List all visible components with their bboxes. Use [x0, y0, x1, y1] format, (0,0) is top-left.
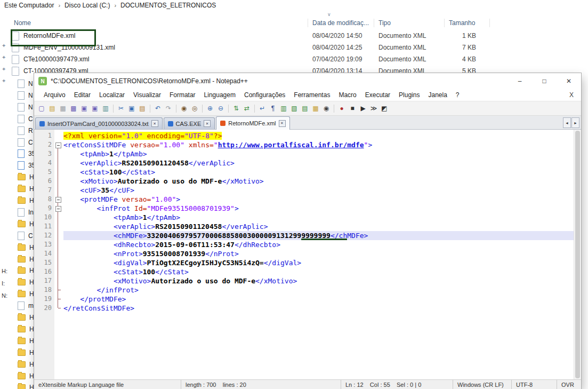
file-list-item-partial[interactable]: H — [18, 243, 34, 252]
editor-tab[interactable]: RetornoMDFe.xml✕ — [216, 116, 289, 130]
maximize-button[interactable]: □ — [532, 73, 557, 89]
file-list-item-partial[interactable]: H — [18, 255, 34, 264]
tab-close-icon[interactable]: ✕ — [204, 120, 211, 127]
fold-toggle-icon[interactable] — [55, 142, 61, 148]
file-list-item-partial[interactable]: H — [18, 219, 34, 229]
menu-item[interactable]: Plugins — [394, 91, 424, 99]
zoom-out-icon[interactable]: ⊖ — [216, 104, 225, 113]
code-line[interactable]: <digVal>PTiOgtX2ECgoyI5HJyC53N5i4zQ=</di… — [63, 258, 574, 267]
close-button[interactable]: ✕ — [557, 73, 581, 89]
code-line[interactable]: </protMDFe> — [63, 295, 574, 304]
file-list-item-partial[interactable]: C — [18, 231, 33, 241]
cut-icon[interactable]: ✂ — [116, 104, 126, 113]
copy-icon[interactable]: ▣ — [127, 104, 136, 113]
code-line[interactable]: <xMotivo>Autorizado o uso do MDF-e</xMot… — [63, 177, 574, 186]
document-map-icon[interactable]: ▧ — [289, 104, 299, 113]
status-insert-mode[interactable]: OVR — [557, 380, 581, 389]
indent-guide-icon[interactable]: ▥ — [279, 104, 288, 113]
file-list-item-partial[interactable]: 35 — [18, 161, 35, 170]
code-line[interactable]: <tpAmb>1</tpAmb> — [63, 213, 574, 222]
print-icon[interactable]: ▥ — [101, 104, 110, 113]
tab-scroll-button[interactable]: ◄ — [563, 117, 571, 128]
file-list-item-partial[interactable]: C — [18, 114, 33, 124]
titlebar[interactable]: N *C:\DOCUMENTOS_ELETRONICOS\RetornoMDFe… — [34, 73, 581, 89]
sync-horizontal-scroll-icon[interactable]: ⇄ — [242, 104, 252, 113]
sync-vertical-scroll-icon[interactable]: ⇅ — [231, 104, 241, 113]
replace-icon[interactable]: ◎ — [190, 104, 199, 113]
open-file-icon[interactable]: ▤ — [47, 104, 57, 113]
file-list-item-partial[interactable]: 35 — [18, 149, 35, 158]
code-line[interactable]: <verAplic>RS20150901120458</verAplic> — [63, 222, 574, 231]
breadcrumb-item[interactable]: DOCUMENTOS_ELETRONICOS — [120, 2, 216, 9]
word-wrap-icon[interactable]: ↵ — [257, 104, 267, 113]
code-line[interactable]: <protMDFe versao="1.00"> — [63, 195, 574, 204]
menu-item[interactable]: ? — [452, 91, 464, 99]
column-header[interactable]: Tipo — [374, 19, 445, 27]
code-line[interactable]: <tpAmb>1</tpAmb> — [63, 149, 574, 158]
show-all-characters-icon[interactable]: ¶ — [268, 104, 278, 113]
menu-item[interactable]: Localizar — [95, 91, 129, 99]
run-macro-multiple-icon[interactable]: ≫ — [369, 104, 378, 113]
status-encoding[interactable]: UTF-8 — [511, 380, 557, 389]
file-list-item-partial[interactable]: In — [18, 208, 34, 217]
status-eol[interactable]: Windows (CR LF) — [453, 380, 511, 389]
file-list-item-partial[interactable]: H — [18, 360, 34, 369]
code-line[interactable]: <retConsSitMDFe versao="1.00" xmlns="htt… — [63, 140, 574, 149]
code-line[interactable]: <cUF>35</cUF> — [63, 186, 574, 195]
code-line[interactable]: <nProt>935150008701939</nProt> — [63, 249, 574, 258]
redo-icon[interactable]: ↷ — [164, 104, 173, 113]
file-list-item-partial[interactable]: R — [18, 126, 33, 136]
file-list-item-partial[interactable]: H — [18, 266, 34, 275]
paste-icon[interactable]: ▤ — [138, 104, 147, 113]
file-list-item-partial[interactable]: H — [18, 348, 34, 358]
menubar-close-button[interactable]: X — [569, 91, 581, 99]
minimize-button[interactable]: – — [508, 73, 532, 89]
file-list-item-partial[interactable]: H — [18, 289, 34, 299]
code-area[interactable]: <?xml version="1.0" encoding="UTF-8"?><r… — [62, 130, 574, 379]
save-file-icon[interactable]: ▦ — [58, 104, 68, 113]
find-icon[interactable]: ◉ — [179, 104, 189, 113]
column-header[interactable]: Tamanho — [445, 19, 490, 27]
zoom-in-icon[interactable]: ⊕ — [205, 104, 215, 113]
code-line[interactable]: <chMDFe>33200406979577000688580030000091… — [63, 231, 574, 240]
editor-tab[interactable]: CAS.EXE✕ — [164, 117, 215, 129]
tab-close-icon[interactable]: ✕ — [151, 120, 158, 127]
fold-toggle-icon[interactable] — [55, 197, 61, 203]
play-macro-icon[interactable]: ▶ — [358, 104, 368, 113]
save-all-icon[interactable]: ▩ — [69, 104, 78, 113]
editor-scrollbar[interactable] — [574, 130, 581, 379]
code-line[interactable]: </infProt> — [63, 285, 574, 295]
file-list-item-partial[interactable]: N — [18, 102, 33, 112]
close-file-icon[interactable]: ▣ — [79, 104, 89, 113]
file-list-item-partial[interactable]: N — [18, 79, 33, 89]
monitoring-icon[interactable]: ◉ — [321, 104, 331, 113]
file-list-item-partial[interactable]: H — [18, 196, 34, 205]
file-list-item-partial[interactable]: H — [18, 313, 34, 322]
code-line[interactable]: <xMotivo>Autorizado o uso do MDF-e</xMot… — [63, 276, 574, 285]
menu-item[interactable]: Macro — [334, 91, 360, 99]
file-list-item-partial[interactable]: C — [18, 138, 33, 147]
menu-item[interactable]: Executar — [361, 91, 394, 99]
code-line[interactable]: </retConsSitMDFe> — [63, 304, 574, 313]
code-line[interactable]: <verAplic>RS20150901120458</verAplic> — [63, 158, 574, 168]
file-list-item-partial[interactable]: H — [18, 383, 34, 389]
menu-item[interactable]: Linguagem — [200, 91, 240, 99]
menu-item[interactable]: Formatar — [165, 91, 200, 99]
file-list-item-partial[interactable]: H — [18, 336, 34, 346]
breadcrumb-item[interactable]: Disco Local (C:) — [65, 2, 110, 9]
undo-icon[interactable]: ↶ — [153, 104, 163, 113]
file-list-item-partial[interactable]: H — [18, 277, 34, 287]
menu-item[interactable]: Arquivo — [39, 91, 70, 99]
function-list-icon[interactable]: ▤ — [300, 104, 310, 113]
record-macro-icon[interactable]: ● — [337, 104, 347, 113]
tab-close-icon[interactable]: ✕ — [279, 120, 286, 127]
file-list-item-partial[interactable]: H — [18, 172, 34, 182]
nav-drive-label[interactable]: N: — [2, 292, 7, 299]
fold-toggle-icon[interactable] — [55, 206, 61, 212]
menu-item[interactable]: Editar — [70, 91, 95, 99]
tab-scroll-button[interactable]: ► — [571, 117, 579, 128]
code-line[interactable]: <?xml version="1.0" encoding="UTF-8"?> — [63, 131, 574, 140]
menu-item[interactable]: Janela — [424, 91, 451, 99]
scrollbar-thumb[interactable] — [575, 131, 580, 378]
code-line[interactable]: <cStat>100</cStat> — [63, 267, 574, 276]
